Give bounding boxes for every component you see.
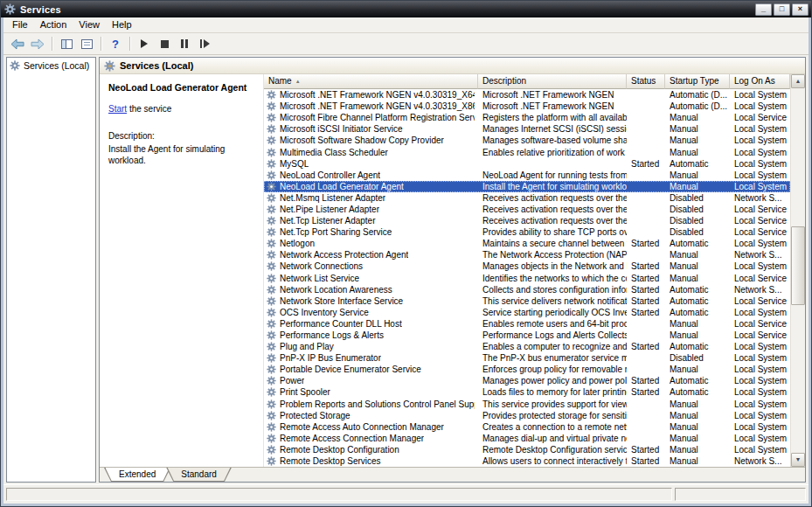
scrollbar-track[interactable] [791,88,805,453]
service-status: Started [627,285,665,295]
service-name-cell: MySQL [264,159,478,169]
maximize-button[interactable]: □ [774,3,790,16]
table-row[interactable]: Performance Counter DLL Host Enables rem… [264,318,790,330]
table-row[interactable]: Performance Logs & Alerts Performance Lo… [264,330,790,341]
show-console-tree-icon[interactable] [57,35,76,52]
service-name: Portable Device Enumerator Service [280,365,421,374]
vertical-scrollbar[interactable]: ▲ ▼ [790,74,805,467]
table-row[interactable]: Multimedia Class Scheduler Enables relat… [264,146,790,157]
services-window: Services _ □ × File Action View Help [0,0,812,507]
service-logon-as: Local System [730,387,790,397]
table-row[interactable]: Network Location Awareness Collects and … [264,284,790,295]
service-startup-type: Disabled [665,353,730,363]
export-list-icon[interactable] [77,35,96,52]
service-logon-as: Local Service [730,216,790,226]
service-gear-icon [267,227,276,237]
table-row[interactable]: OCS Inventory Service Service starting p… [264,307,790,318]
scroll-up-icon[interactable]: ▲ [791,74,805,88]
table-row[interactable]: Microsoft .NET Framework NGEN v4.0.30319… [264,101,790,112]
column-header-startup-type[interactable]: Startup Type [665,74,730,89]
service-startup-type: Manual [665,274,730,283]
service-logon-as: Local System [730,445,790,455]
table-row[interactable]: Network List Service Identifies the netw… [264,273,790,284]
tree-item-services-local[interactable]: Services (Local) [7,59,95,72]
start-service-icon[interactable] [135,35,154,52]
table-row[interactable]: Remote Access Connection Manager Manages… [264,433,790,444]
column-header-log-on-as[interactable]: Log On As [730,74,790,89]
table-row[interactable]: Net.Msmq Listener Adapter Receives activ… [264,192,790,204]
table-row[interactable]: Plug and Play Enables a computer to reco… [264,341,790,352]
service-startup-type: Disabled [665,205,730,214]
service-startup-type: Manual [665,135,730,145]
table-row[interactable]: Remote Desktop Configuration Remote Desk… [264,444,790,455]
service-startup-type: Automatic (D... [665,101,730,111]
service-startup-type: Automatic [665,296,730,306]
service-gear-icon [267,434,276,443]
table-row[interactable]: Network Connections Manages objects in t… [264,260,790,272]
table-row[interactable]: Net.Tcp Listener Adapter Receives activa… [264,215,790,226]
back-icon[interactable] [8,35,27,52]
menubar: File Action View Help [3,17,809,33]
scrollbar-thumb[interactable] [791,226,805,305]
table-row[interactable]: Netlogon Maintains a secure channel betw… [264,238,790,249]
service-gear-icon [267,353,276,363]
table-row[interactable]: Net.Tcp Port Sharing Service Provides ab… [264,226,790,238]
forward-icon[interactable] [28,35,47,52]
table-row[interactable]: Protected Storage Provides protected sto… [264,410,790,421]
service-gear-icon [267,101,276,111]
table-row[interactable]: Remote Access Auto Connection Manager Cr… [264,421,790,433]
start-service-link[interactable]: Start [108,104,127,114]
table-row[interactable]: Network Store Interface Service This ser… [264,295,790,307]
help-icon[interactable]: ? [106,35,125,52]
service-name-cell: OCS Inventory Service [264,308,478,317]
stop-service-icon[interactable] [155,35,174,52]
service-logon-as: Local System [730,434,790,443]
service-name-cell: Microsoft Software Shadow Copy Provider [264,135,478,145]
service-startup-type: Automatic [665,159,730,169]
close-button[interactable]: × [792,3,809,16]
table-row[interactable]: NeoLoad Controller Agent NeoLoad Agent f… [264,170,790,181]
menu-action[interactable]: Action [34,17,73,32]
table-row[interactable]: MySQL Started Automatic Local System [264,158,790,170]
table-row[interactable]: Net.Pipe Listener Adapter Receives activ… [264,204,790,215]
minimize-button[interactable]: _ [755,3,772,16]
service-logon-as: Local System [730,148,790,157]
service-description: Identifies the networks to which the com… [478,274,627,283]
table-row[interactable]: Microsoft iSCSI Initiator Service Manage… [264,123,790,135]
service-status: Started [627,159,665,169]
service-name: MySQL [280,159,309,169]
table-row[interactable]: Print Spooler Loads files to memory for … [264,386,790,398]
table-row[interactable]: Problem Reports and Solutions Control Pa… [264,399,790,410]
scroll-down-icon[interactable]: ▼ [791,453,805,467]
table-row[interactable]: NeoLoad Load Generator Agent Install the… [264,181,790,192]
column-header-description[interactable]: Description [478,74,627,89]
tab-standard[interactable]: Standard [166,468,232,482]
menu-file[interactable]: File [6,17,34,32]
table-row[interactable]: Power Manages power policy and power pol… [264,375,790,386]
table-row[interactable]: Microsoft .NET Framework NGEN v4.0.30319… [264,89,790,101]
column-header-status[interactable]: Status [627,74,665,89]
service-description: Enables remote users and 64-bit process.… [478,319,627,329]
service-description: Collects and stores configuration inform… [478,285,627,295]
table-row[interactable]: Microsoft Fibre Channel Platform Registr… [264,112,790,123]
restart-service-icon[interactable] [195,35,214,52]
service-gear-icon [267,239,276,248]
service-startup-type: Automatic [665,308,730,317]
service-description: This service delivers network notificati… [478,296,627,306]
toolbar: ? [3,33,809,55]
column-header-name[interactable]: Name▲ [264,74,478,89]
table-row[interactable]: Network Access Protection Agent The Netw… [264,249,790,260]
table-row[interactable]: Remote Desktop Services Allows users to … [264,455,790,467]
service-description: NeoLoad Agent for running tests from Ne.… [478,170,627,180]
main-panel: Services (Local) NeoLoad Load Generator … [99,57,806,483]
tab-extended[interactable]: Extended [104,468,170,482]
table-row[interactable]: Microsoft Software Shadow Copy Provider … [264,135,790,146]
service-gear-icon [267,285,276,295]
menu-help[interactable]: Help [106,17,138,32]
service-logon-as: Network S... [730,250,790,260]
service-logon-as: Local System [730,261,790,271]
table-row[interactable]: Portable Device Enumerator Service Enfor… [264,364,790,375]
menu-view[interactable]: View [73,17,106,32]
pause-service-icon[interactable] [175,35,194,52]
table-row[interactable]: PnP-X IP Bus Enumerator The PnP-X bus en… [264,352,790,364]
